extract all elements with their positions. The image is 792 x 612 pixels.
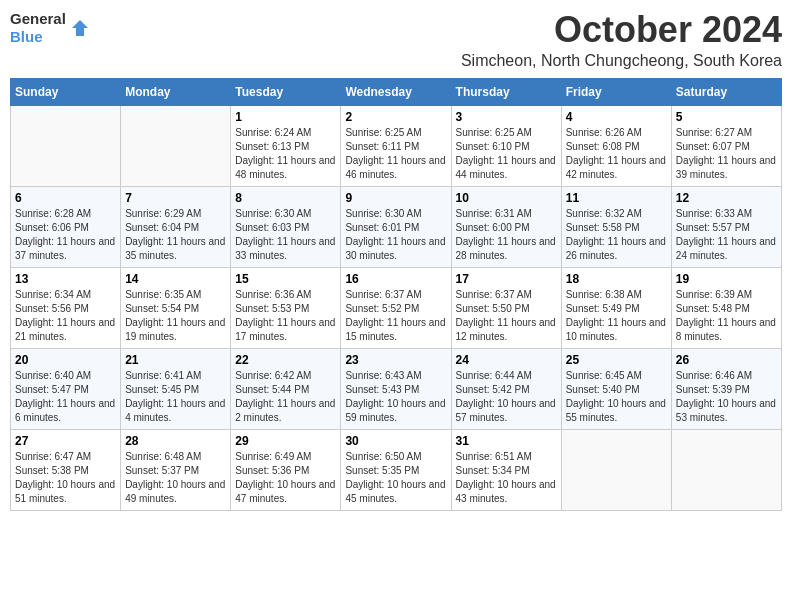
day-number: 29 (235, 434, 336, 448)
day-info: Sunrise: 6:35 AMSunset: 5:54 PMDaylight:… (125, 288, 226, 344)
day-info: Sunrise: 6:37 AMSunset: 5:52 PMDaylight:… (345, 288, 446, 344)
week-row-3: 13Sunrise: 6:34 AMSunset: 5:56 PMDayligh… (11, 267, 782, 348)
page-header: General Blue October 2024 Simcheon, Nort… (10, 10, 782, 70)
day-info: Sunrise: 6:28 AMSunset: 6:06 PMDaylight:… (15, 207, 116, 263)
svg-marker-0 (72, 20, 88, 36)
day-number: 16 (345, 272, 446, 286)
day-info: Sunrise: 6:26 AMSunset: 6:08 PMDaylight:… (566, 126, 667, 182)
day-info: Sunrise: 6:48 AMSunset: 5:37 PMDaylight:… (125, 450, 226, 506)
calendar-cell: 20Sunrise: 6:40 AMSunset: 5:47 PMDayligh… (11, 348, 121, 429)
calendar-cell: 24Sunrise: 6:44 AMSunset: 5:42 PMDayligh… (451, 348, 561, 429)
day-number: 20 (15, 353, 116, 367)
calendar-cell: 4Sunrise: 6:26 AMSunset: 6:08 PMDaylight… (561, 105, 671, 186)
day-info: Sunrise: 6:46 AMSunset: 5:39 PMDaylight:… (676, 369, 777, 425)
day-number: 31 (456, 434, 557, 448)
calendar-cell: 18Sunrise: 6:38 AMSunset: 5:49 PMDayligh… (561, 267, 671, 348)
calendar-body: 1Sunrise: 6:24 AMSunset: 6:13 PMDaylight… (11, 105, 782, 510)
calendar-cell: 8Sunrise: 6:30 AMSunset: 6:03 PMDaylight… (231, 186, 341, 267)
day-info: Sunrise: 6:45 AMSunset: 5:40 PMDaylight:… (566, 369, 667, 425)
calendar-cell: 21Sunrise: 6:41 AMSunset: 5:45 PMDayligh… (121, 348, 231, 429)
logo-blue: Blue (10, 28, 43, 45)
calendar-cell: 26Sunrise: 6:46 AMSunset: 5:39 PMDayligh… (671, 348, 781, 429)
day-header-thursday: Thursday (451, 78, 561, 105)
calendar-table: SundayMondayTuesdayWednesdayThursdayFrid… (10, 78, 782, 511)
week-row-4: 20Sunrise: 6:40 AMSunset: 5:47 PMDayligh… (11, 348, 782, 429)
calendar-cell (671, 429, 781, 510)
day-number: 12 (676, 191, 777, 205)
day-info: Sunrise: 6:44 AMSunset: 5:42 PMDaylight:… (456, 369, 557, 425)
day-number: 19 (676, 272, 777, 286)
calendar-cell: 19Sunrise: 6:39 AMSunset: 5:48 PMDayligh… (671, 267, 781, 348)
day-number: 15 (235, 272, 336, 286)
day-number: 14 (125, 272, 226, 286)
day-number: 4 (566, 110, 667, 124)
calendar-header-row: SundayMondayTuesdayWednesdayThursdayFrid… (11, 78, 782, 105)
calendar-cell (11, 105, 121, 186)
day-number: 11 (566, 191, 667, 205)
day-number: 5 (676, 110, 777, 124)
calendar-cell: 6Sunrise: 6:28 AMSunset: 6:06 PMDaylight… (11, 186, 121, 267)
day-number: 1 (235, 110, 336, 124)
day-info: Sunrise: 6:39 AMSunset: 5:48 PMDaylight:… (676, 288, 777, 344)
day-number: 30 (345, 434, 446, 448)
calendar-cell: 14Sunrise: 6:35 AMSunset: 5:54 PMDayligh… (121, 267, 231, 348)
day-info: Sunrise: 6:51 AMSunset: 5:34 PMDaylight:… (456, 450, 557, 506)
day-number: 13 (15, 272, 116, 286)
calendar-cell: 1Sunrise: 6:24 AMSunset: 6:13 PMDaylight… (231, 105, 341, 186)
week-row-1: 1Sunrise: 6:24 AMSunset: 6:13 PMDaylight… (11, 105, 782, 186)
day-number: 21 (125, 353, 226, 367)
day-number: 9 (345, 191, 446, 205)
day-info: Sunrise: 6:50 AMSunset: 5:35 PMDaylight:… (345, 450, 446, 506)
calendar-cell: 9Sunrise: 6:30 AMSunset: 6:01 PMDaylight… (341, 186, 451, 267)
calendar-cell (121, 105, 231, 186)
day-number: 23 (345, 353, 446, 367)
day-info: Sunrise: 6:42 AMSunset: 5:44 PMDaylight:… (235, 369, 336, 425)
day-number: 27 (15, 434, 116, 448)
day-info: Sunrise: 6:30 AMSunset: 6:01 PMDaylight:… (345, 207, 446, 263)
calendar-cell: 22Sunrise: 6:42 AMSunset: 5:44 PMDayligh… (231, 348, 341, 429)
day-header-friday: Friday (561, 78, 671, 105)
calendar-cell: 5Sunrise: 6:27 AMSunset: 6:07 PMDaylight… (671, 105, 781, 186)
day-header-tuesday: Tuesday (231, 78, 341, 105)
day-number: 10 (456, 191, 557, 205)
day-header-saturday: Saturday (671, 78, 781, 105)
day-number: 26 (676, 353, 777, 367)
month-title: October 2024 (461, 10, 782, 50)
day-number: 6 (15, 191, 116, 205)
day-info: Sunrise: 6:47 AMSunset: 5:38 PMDaylight:… (15, 450, 116, 506)
calendar-cell: 31Sunrise: 6:51 AMSunset: 5:34 PMDayligh… (451, 429, 561, 510)
day-info: Sunrise: 6:30 AMSunset: 6:03 PMDaylight:… (235, 207, 336, 263)
logo: General Blue (10, 10, 90, 46)
calendar-cell: 30Sunrise: 6:50 AMSunset: 5:35 PMDayligh… (341, 429, 451, 510)
calendar-cell: 7Sunrise: 6:29 AMSunset: 6:04 PMDaylight… (121, 186, 231, 267)
day-info: Sunrise: 6:38 AMSunset: 5:49 PMDaylight:… (566, 288, 667, 344)
calendar-cell: 13Sunrise: 6:34 AMSunset: 5:56 PMDayligh… (11, 267, 121, 348)
location-title: Simcheon, North Chungcheong, South Korea (461, 52, 782, 70)
day-info: Sunrise: 6:43 AMSunset: 5:43 PMDaylight:… (345, 369, 446, 425)
day-header-sunday: Sunday (11, 78, 121, 105)
calendar-cell: 10Sunrise: 6:31 AMSunset: 6:00 PMDayligh… (451, 186, 561, 267)
calendar-cell: 23Sunrise: 6:43 AMSunset: 5:43 PMDayligh… (341, 348, 451, 429)
day-number: 3 (456, 110, 557, 124)
day-number: 2 (345, 110, 446, 124)
calendar-cell (561, 429, 671, 510)
day-number: 24 (456, 353, 557, 367)
calendar-cell: 28Sunrise: 6:48 AMSunset: 5:37 PMDayligh… (121, 429, 231, 510)
day-info: Sunrise: 6:31 AMSunset: 6:00 PMDaylight:… (456, 207, 557, 263)
calendar-cell: 3Sunrise: 6:25 AMSunset: 6:10 PMDaylight… (451, 105, 561, 186)
day-number: 28 (125, 434, 226, 448)
day-number: 8 (235, 191, 336, 205)
day-info: Sunrise: 6:36 AMSunset: 5:53 PMDaylight:… (235, 288, 336, 344)
calendar-cell: 2Sunrise: 6:25 AMSunset: 6:11 PMDaylight… (341, 105, 451, 186)
day-number: 22 (235, 353, 336, 367)
week-row-2: 6Sunrise: 6:28 AMSunset: 6:06 PMDaylight… (11, 186, 782, 267)
day-info: Sunrise: 6:49 AMSunset: 5:36 PMDaylight:… (235, 450, 336, 506)
day-info: Sunrise: 6:24 AMSunset: 6:13 PMDaylight:… (235, 126, 336, 182)
calendar-cell: 29Sunrise: 6:49 AMSunset: 5:36 PMDayligh… (231, 429, 341, 510)
day-number: 7 (125, 191, 226, 205)
calendar-cell: 15Sunrise: 6:36 AMSunset: 5:53 PMDayligh… (231, 267, 341, 348)
day-header-wednesday: Wednesday (341, 78, 451, 105)
logo-icon (70, 18, 90, 38)
week-row-5: 27Sunrise: 6:47 AMSunset: 5:38 PMDayligh… (11, 429, 782, 510)
day-info: Sunrise: 6:32 AMSunset: 5:58 PMDaylight:… (566, 207, 667, 263)
